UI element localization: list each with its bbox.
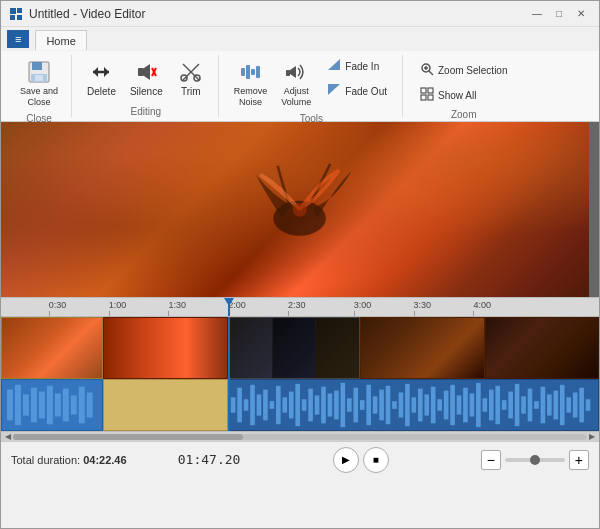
tick-230: [288, 311, 289, 316]
total-duration-label: Total duration: 04:22.46: [11, 454, 127, 466]
remove-noise-button[interactable]: RemoveNoise: [229, 55, 273, 111]
svg-rect-21: [251, 69, 255, 75]
svg-rect-55: [276, 386, 281, 424]
zoom-slider[interactable]: [505, 458, 565, 462]
svg-rect-7: [35, 75, 43, 81]
maximize-button[interactable]: □: [549, 6, 569, 22]
zoom-in-button[interactable]: +: [569, 450, 589, 470]
frame-3: [316, 318, 359, 378]
play-button[interactable]: ▶: [333, 447, 359, 473]
stop-button[interactable]: ■: [363, 447, 389, 473]
svg-rect-65: [341, 383, 346, 427]
total-duration-label-text: Total duration:: [11, 454, 80, 466]
video-clip-1[interactable]: [1, 317, 103, 379]
audio-segment-1[interactable]: [1, 379, 103, 431]
ribbon-group-zoom: Zoom Selection Show All Zoom: [405, 55, 522, 117]
svg-rect-57: [289, 392, 294, 419]
svg-rect-69: [367, 385, 372, 425]
svg-rect-103: [586, 399, 591, 411]
minimize-button[interactable]: —: [527, 6, 547, 22]
zoom-out-button[interactable]: −: [481, 450, 501, 470]
adjust-volume-button[interactable]: AdjustVolume: [276, 55, 316, 111]
svg-rect-38: [15, 385, 21, 425]
svg-rect-90: [502, 400, 507, 410]
svg-marker-12: [144, 64, 150, 80]
svg-rect-88: [489, 390, 494, 421]
svg-point-36: [293, 203, 307, 217]
timeline-ruler[interactable]: 0:30 1:00 1:30 2:00 2:30 3:00 3:30 4:00: [1, 297, 599, 317]
title-bar: Untitled - Video Editor — □ ✕: [1, 1, 599, 27]
remove-noise-label: RemoveNoise: [234, 86, 268, 108]
save-close-button[interactable]: Save andClose: [15, 55, 63, 111]
svg-rect-101: [573, 393, 578, 418]
editing-group-label: Editing: [131, 104, 162, 117]
svg-marker-26: [328, 84, 340, 95]
ribbon: ≡ Home Save andClose: [1, 27, 599, 122]
svg-marker-25: [328, 59, 340, 70]
svg-rect-76: [412, 397, 417, 412]
remove-noise-icon: [237, 58, 265, 86]
adjust-volume-icon: [282, 58, 310, 86]
app-menu-button[interactable]: ≡: [7, 30, 29, 48]
show-all-icon: [420, 87, 434, 104]
playhead-triangle: [224, 298, 234, 306]
svg-rect-80: [438, 399, 443, 411]
creature-highlight: [210, 166, 389, 254]
total-duration-value: 04:22.46: [83, 454, 126, 466]
scroll-left-arrow[interactable]: ◀: [3, 432, 13, 441]
svg-rect-63: [328, 393, 333, 416]
scrollbar-thumb[interactable]: [13, 434, 243, 440]
tick-130: [168, 311, 169, 316]
fade-in-label: Fade In: [345, 61, 379, 72]
playhead-ruler[interactable]: [228, 298, 230, 316]
svg-marker-24: [290, 66, 296, 78]
fade-out-button[interactable]: Fade Out: [320, 80, 394, 103]
video-clip-2[interactable]: [103, 317, 229, 379]
video-frame: [1, 122, 599, 297]
fade-in-button[interactable]: Fade In: [320, 55, 394, 78]
video-clip-5[interactable]: [485, 317, 599, 379]
tools-group-buttons: RemoveNoise AdjustVolume: [229, 55, 394, 111]
show-all-button[interactable]: Show All: [413, 84, 514, 107]
audio-track[interactable]: [1, 379, 599, 431]
show-all-label: Show All: [438, 90, 476, 101]
silence-button[interactable]: Silence: [125, 55, 168, 100]
svg-rect-92: [515, 384, 520, 426]
audio-segment-2[interactable]: [103, 379, 229, 431]
zoom-selection-button[interactable]: Zoom Selection: [413, 59, 514, 82]
svg-rect-41: [39, 392, 45, 419]
playhead-audio: [228, 379, 230, 431]
svg-rect-100: [567, 397, 572, 412]
trim-button[interactable]: Trim: [172, 55, 210, 100]
tick-330: [414, 311, 415, 316]
svg-rect-33: [421, 95, 426, 100]
app-menu-icon: ≡: [15, 33, 21, 45]
svg-rect-91: [509, 392, 514, 419]
svg-rect-54: [270, 401, 275, 409]
ribbon-group-close: Save andClose Close: [7, 55, 72, 117]
timeline-scrollbar[interactable]: ◀ ▶: [1, 431, 599, 441]
video-clip-3[interactable]: [228, 317, 360, 379]
svg-rect-96: [541, 387, 546, 424]
play-icon: ▶: [342, 454, 350, 465]
svg-rect-56: [283, 397, 288, 412]
tab-home[interactable]: Home: [35, 30, 86, 50]
scrollbar-track[interactable]: [13, 434, 587, 440]
svg-rect-31: [421, 88, 426, 93]
video-track[interactable]: [1, 317, 599, 379]
audio-segment-3[interactable]: [228, 379, 599, 431]
svg-rect-89: [496, 386, 501, 424]
ribbon-group-editing: Delete Silence: [74, 55, 219, 117]
svg-rect-42: [47, 386, 53, 424]
svg-rect-73: [392, 401, 397, 409]
zoom-selection-icon: [420, 62, 434, 79]
save-icon: [25, 58, 53, 86]
svg-rect-82: [450, 385, 455, 425]
close-button[interactable]: ✕: [571, 6, 591, 22]
svg-rect-85: [470, 393, 475, 416]
video-clip-4[interactable]: [360, 317, 486, 379]
delete-button[interactable]: Delete: [82, 55, 121, 100]
svg-rect-66: [347, 398, 352, 411]
svg-rect-50: [244, 399, 249, 411]
scroll-right-arrow[interactable]: ▶: [587, 432, 597, 441]
